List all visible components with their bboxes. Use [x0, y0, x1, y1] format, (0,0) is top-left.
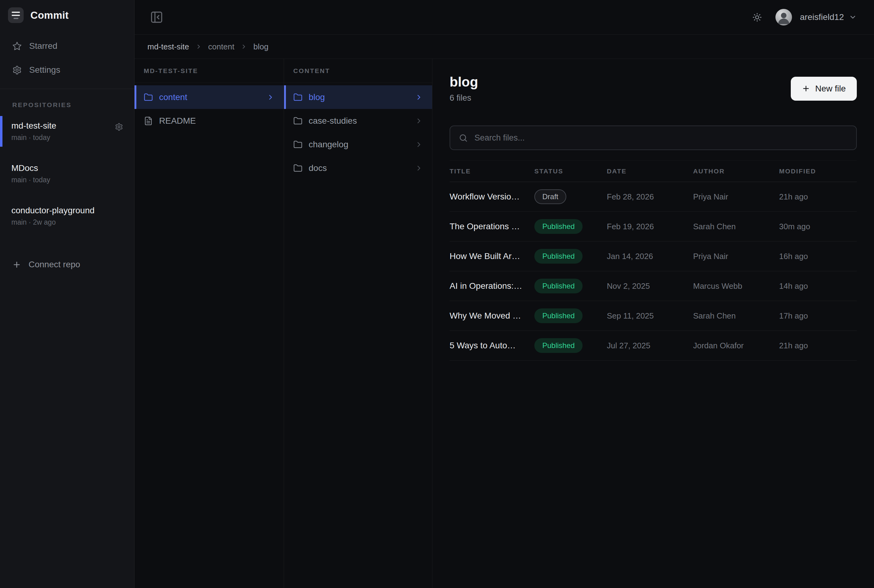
- chevron-right-icon: [241, 43, 247, 50]
- tree-column-content: CONTENT blog case-studies changelog: [284, 59, 432, 588]
- file-modified: 30m ago: [779, 222, 857, 231]
- tree-item-docs[interactable]: docs: [284, 156, 432, 180]
- table-header-row: TITLE STATUS DATE AUTHOR MODIFIED: [450, 160, 857, 182]
- breadcrumb: md-test-site content blog: [134, 34, 874, 59]
- plus-icon: [802, 84, 810, 93]
- file-count: 6 files: [450, 93, 478, 103]
- gear-icon: [12, 65, 22, 75]
- file-author: Sarah Chen: [693, 311, 779, 321]
- topbar: areisfield12: [134, 0, 874, 34]
- file-title: Why We Moved …: [450, 311, 534, 321]
- repo-name: MDocs: [11, 163, 122, 173]
- search-bar: [450, 126, 857, 150]
- column-header-modified: MODIFIED: [779, 168, 857, 175]
- file-date: Jul 27, 2025: [607, 341, 693, 351]
- app-title: Commit: [30, 9, 69, 21]
- tree-item-readme[interactable]: README: [134, 109, 284, 133]
- chevron-right-icon: [415, 93, 423, 101]
- file-modified: 21h ago: [779, 192, 857, 202]
- tree-column-repo-root: MD-TEST-SITE content README: [134, 59, 284, 588]
- chevron-right-icon: [415, 141, 423, 148]
- repo-settings-gear-icon[interactable]: [115, 123, 123, 131]
- tree-item-blog[interactable]: blog: [284, 86, 432, 109]
- avatar[interactable]: [775, 9, 792, 26]
- repo-list: md-test-site main · today MDocs main · t…: [0, 116, 134, 243]
- hamburger-menu-icon[interactable]: [8, 8, 24, 23]
- main-panel: blog 6 files New file TITLE STATUS DATE …: [432, 59, 874, 588]
- theme-toggle-sun-icon[interactable]: [752, 13, 762, 22]
- chevron-right-icon: [415, 164, 423, 172]
- repo-item-conductor-playground[interactable]: conductor-playground main · 2w ago: [0, 201, 134, 231]
- table-row[interactable]: 5 Ways to Auto… Published Jul 27, 2025 J…: [450, 331, 857, 361]
- sidebar-item-starred[interactable]: Starred: [0, 34, 134, 58]
- sidebar: Commit Starred Settings REPOSITORIES md-…: [0, 0, 134, 588]
- status-badge: Published: [534, 219, 582, 234]
- table-row[interactable]: The Operations … Published Feb 19, 2026 …: [450, 212, 857, 242]
- status-badge: Draft: [534, 189, 566, 204]
- file-title: AI in Operations:…: [450, 281, 534, 291]
- file-author: Priya Nair: [693, 192, 779, 202]
- connect-repo-button[interactable]: Connect repo: [0, 255, 134, 274]
- status-badge: Published: [534, 308, 582, 323]
- repo-item-md-test-site[interactable]: md-test-site main · today: [0, 116, 134, 147]
- file-date: Feb 28, 2026: [607, 192, 693, 202]
- folder-icon: [293, 140, 302, 149]
- repositories-section-title: REPOSITORIES: [12, 101, 134, 109]
- file-modified: 17h ago: [779, 311, 857, 321]
- file-author: Jordan Okafor: [693, 341, 779, 351]
- repo-name: conductor-playground: [11, 206, 122, 215]
- new-file-button[interactable]: New file: [791, 77, 857, 100]
- collapse-sidebar-icon[interactable]: [150, 10, 163, 24]
- tree-column-header: CONTENT: [284, 59, 432, 83]
- file-title: The Operations …: [450, 222, 534, 231]
- file-title: Workflow Versio…: [450, 192, 534, 202]
- tree-item-label: blog: [308, 92, 409, 102]
- chevron-right-icon: [415, 117, 423, 125]
- sidebar-item-label: Starred: [29, 41, 57, 51]
- breadcrumb-repo[interactable]: md-test-site: [147, 42, 189, 51]
- table-row[interactable]: AI in Operations:… Published Nov 2, 2025…: [450, 271, 857, 301]
- tree-item-label: docs: [308, 163, 409, 173]
- chevron-down-icon[interactable]: [849, 13, 857, 21]
- table-row[interactable]: How We Built Ar… Published Jan 14, 2026 …: [450, 242, 857, 271]
- tree-item-case-studies[interactable]: case-studies: [284, 109, 432, 133]
- username[interactable]: areisfield12: [800, 12, 844, 22]
- plus-icon: [12, 260, 21, 269]
- chevron-right-icon: [195, 43, 202, 50]
- file-title: How We Built Ar…: [450, 251, 534, 261]
- chevron-right-icon: [266, 93, 275, 101]
- app-logo[interactable]: Commit: [0, 0, 134, 26]
- file-title: 5 Ways to Auto…: [450, 340, 534, 351]
- table-row[interactable]: Workflow Versio… Draft Feb 28, 2026 Priy…: [450, 182, 857, 212]
- folder-icon: [293, 93, 302, 102]
- breadcrumb-current[interactable]: blog: [253, 42, 268, 51]
- table-row[interactable]: Why We Moved … Published Sep 11, 2025 Sa…: [450, 301, 857, 331]
- breadcrumb-folder[interactable]: content: [208, 42, 234, 51]
- workspace: MD-TEST-SITE content README CONTENT bl: [134, 59, 874, 588]
- repo-meta: main · today: [11, 176, 122, 184]
- connect-repo-label: Connect repo: [29, 260, 80, 270]
- file-date: Feb 19, 2026: [607, 222, 693, 231]
- main-header: blog 6 files New file: [450, 74, 857, 103]
- file-date: Nov 2, 2025: [607, 281, 693, 291]
- content-area: areisfield12 md-test-site content blog M…: [134, 0, 874, 588]
- status-badge: Published: [534, 249, 582, 264]
- tree-item-label: case-studies: [308, 116, 409, 126]
- file-table: TITLE STATUS DATE AUTHOR MODIFIED Workfl…: [450, 160, 857, 361]
- file-author: Priya Nair: [693, 252, 779, 261]
- search-input[interactable]: [474, 133, 848, 143]
- search-icon: [459, 134, 468, 142]
- new-file-label: New file: [815, 84, 846, 94]
- repo-name: md-test-site: [11, 121, 122, 131]
- folder-icon: [293, 164, 302, 173]
- sidebar-item-label: Settings: [29, 65, 60, 75]
- star-icon: [12, 41, 22, 51]
- status-badge: Published: [534, 279, 582, 293]
- file-modified: 21h ago: [779, 341, 857, 351]
- repo-item-mdocs[interactable]: MDocs main · today: [0, 158, 134, 189]
- tree-item-content[interactable]: content: [134, 86, 284, 109]
- page-title: blog: [450, 74, 478, 90]
- sidebar-item-settings[interactable]: Settings: [0, 58, 134, 82]
- file-author: Marcus Webb: [693, 281, 779, 291]
- tree-item-changelog[interactable]: changelog: [284, 133, 432, 156]
